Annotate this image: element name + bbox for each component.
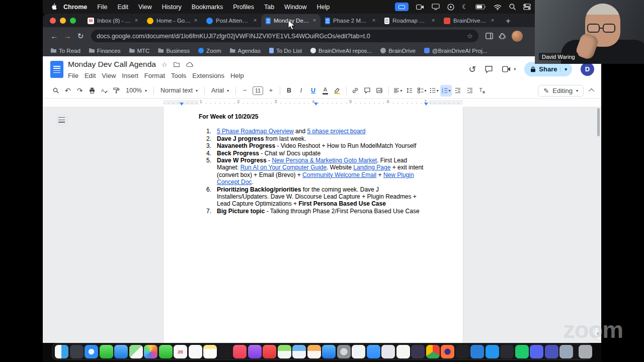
- bulleted-list-icon[interactable]: ▾: [428, 85, 440, 97]
- doc-link[interactable]: Run AI on Your Computer Guide: [240, 164, 327, 171]
- dock-app-figma[interactable]: [500, 345, 514, 358]
- doc-link[interactable]: 5 phase project board: [307, 128, 365, 135]
- dock-app-notes[interactable]: [203, 345, 217, 358]
- spell-check-icon[interactable]: A: [98, 85, 110, 97]
- cloud-status-icon[interactable]: [186, 61, 193, 67]
- dock-app-teams[interactable]: [545, 345, 558, 358]
- clear-formatting-icon[interactable]: T: [476, 85, 488, 97]
- minimize-window-button[interactable]: [60, 18, 66, 24]
- underline-button[interactable]: U: [307, 85, 319, 97]
- doc-link[interactable]: 5 Phase Roadmap Overview: [217, 128, 294, 135]
- menubar-item[interactable]: Bookmarks: [187, 4, 228, 11]
- docs-menu-item[interactable]: Tools: [168, 71, 189, 80]
- browser-tab[interactable]: Phase 2 Marketi×: [320, 14, 380, 27]
- right-indent-marker[interactable]: [424, 103, 428, 108]
- dock-app-keynote[interactable]: [292, 345, 306, 358]
- paint-format-icon[interactable]: [110, 85, 122, 97]
- google-docs-icon[interactable]: [50, 61, 63, 78]
- left-indent-marker[interactable]: [180, 103, 184, 108]
- document-tabs-button[interactable]: [55, 114, 68, 126]
- version-history-icon[interactable]: ↺: [468, 64, 476, 75]
- bookmark-item[interactable]: BrainDriveAI repos...: [310, 48, 372, 54]
- decrease-indent-icon[interactable]: [452, 85, 464, 97]
- zoom-select[interactable]: 100%▾: [122, 85, 150, 97]
- join-call-icon[interactable]: ▾: [502, 66, 516, 72]
- dock-app-safari[interactable]: [85, 345, 98, 358]
- print-icon[interactable]: [86, 85, 98, 97]
- bookmark-item[interactable]: @BrainDriveAI Proj...: [424, 48, 487, 54]
- tab-close-button[interactable]: ×: [192, 17, 199, 24]
- side-panel-icon[interactable]: [482, 30, 496, 43]
- dock-app-pages[interactable]: [307, 345, 321, 358]
- tab-close-button[interactable]: ×: [311, 17, 318, 24]
- tab-stop-marker[interactable]: [314, 103, 318, 108]
- tab-close-button[interactable]: ×: [430, 17, 437, 24]
- dock-app-slack[interactable]: [381, 345, 395, 358]
- share-button[interactable]: Share ▾: [524, 62, 572, 76]
- doc-link[interactable]: Landing Page: [353, 164, 390, 171]
- font-size-field[interactable]: 11: [253, 86, 263, 95]
- text-color-button[interactable]: A: [319, 85, 331, 97]
- numbered-list-icon[interactable]: 123▾: [440, 85, 452, 97]
- browser-tab[interactable]: BrainDrive.ai We×: [439, 14, 499, 27]
- move-folder-icon[interactable]: [173, 61, 180, 67]
- menubar-item[interactable]: File: [92, 4, 112, 11]
- menubar-item[interactable]: Tab: [259, 4, 279, 11]
- tab-close-button[interactable]: ×: [370, 17, 377, 24]
- bold-button[interactable]: B: [283, 85, 295, 97]
- maximize-window-button[interactable]: [70, 18, 76, 24]
- tab-close-button[interactable]: ×: [252, 17, 259, 24]
- collapse-toolbar-icon[interactable]: [589, 88, 594, 94]
- document-page[interactable]: For Week of 10/20/25 1.5 Phase Roadmap O…: [164, 107, 463, 343]
- new-tab-button[interactable]: +: [502, 15, 515, 27]
- font-select[interactable]: Arial▾: [208, 85, 232, 97]
- bookmark-item[interactable]: Business: [158, 48, 190, 54]
- menubar-item[interactable]: Window: [279, 4, 311, 11]
- star-document-icon[interactable]: ☆: [162, 61, 168, 68]
- dock-app-firefox[interactable]: [441, 345, 454, 358]
- insert-link-icon[interactable]: [350, 85, 361, 97]
- highlight-color-button[interactable]: [332, 85, 343, 97]
- join-call-caret[interactable]: ▾: [514, 67, 516, 71]
- docs-menu-item[interactable]: File: [65, 71, 82, 80]
- search-menus-icon[interactable]: [50, 85, 61, 97]
- docs-menu-item[interactable]: Format: [141, 71, 168, 80]
- docs-menu-item[interactable]: Edit: [82, 71, 99, 80]
- dock-app-facetime[interactable]: [159, 345, 173, 358]
- apple-menu-icon[interactable]: [51, 3, 57, 11]
- dock-app-chrome[interactable]: [426, 345, 440, 358]
- bookmark-item[interactable]: Finances: [89, 48, 121, 54]
- spotlight-search-icon[interactable]: [509, 4, 516, 10]
- profile-avatar[interactable]: [512, 31, 523, 42]
- dock-app-photos[interactable]: [144, 345, 157, 358]
- forward-button[interactable]: →: [61, 30, 74, 43]
- extensions-puzzle-icon[interactable]: [496, 30, 509, 43]
- docs-menu-item[interactable]: Help: [227, 71, 247, 80]
- display-mirroring-icon[interactable]: [432, 4, 440, 10]
- focus-moon-icon[interactable]: ☾: [462, 3, 468, 11]
- comment-history-icon[interactable]: [485, 65, 493, 73]
- docs-menu-item[interactable]: View: [99, 71, 119, 80]
- dock-app-settings[interactable]: [337, 345, 351, 358]
- browser-tab[interactable]: Post Attendee -×: [202, 14, 261, 27]
- align-icon[interactable]: ▾: [392, 85, 404, 97]
- bookmark-item[interactable]: BrainDrive: [380, 48, 416, 54]
- dock-app-docker[interactable]: [486, 345, 499, 358]
- control-center-icon[interactable]: [523, 4, 531, 10]
- bookmark-item[interactable]: To Read: [51, 48, 80, 54]
- screen-sharing-indicator[interactable]: [395, 3, 409, 11]
- address-bar[interactable]: docs.google.com/document/d/1lo6fmKUJl7zf…: [91, 30, 478, 42]
- dock-app-appstore[interactable]: [322, 345, 336, 358]
- dock-app-terminal[interactable]: [456, 345, 469, 358]
- browser-tab[interactable]: Monday Dev Ca×: [261, 14, 320, 27]
- browser-tab[interactable]: Roadmap Phas×: [380, 14, 439, 27]
- dock-app-notion[interactable]: [396, 345, 410, 358]
- increase-font-size-button[interactable]: +: [265, 85, 277, 97]
- add-comment-icon[interactable]: [362, 85, 373, 97]
- italic-button[interactable]: I: [295, 85, 307, 97]
- dock-app-numbers[interactable]: [278, 345, 291, 358]
- dock-app-tv[interactable]: [218, 345, 232, 358]
- back-button[interactable]: ←: [48, 30, 61, 43]
- dock-app-obsidian[interactable]: [411, 345, 425, 358]
- menubar-item[interactable]: Edit: [112, 4, 133, 11]
